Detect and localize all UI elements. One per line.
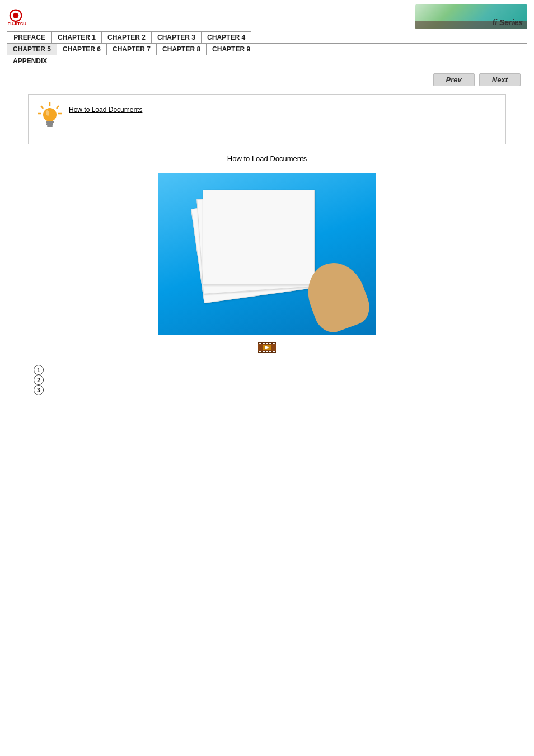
paper-stack — [191, 184, 315, 302]
paper-sheet-3 — [203, 190, 315, 285]
svg-rect-19 — [269, 343, 271, 344]
tab-chapter6[interactable]: CHAPTER 6 — [57, 43, 106, 55]
hint-text-content: How to Load Documents — [69, 101, 496, 115]
svg-rect-18 — [266, 343, 268, 344]
circle-num-1: 1 — [34, 365, 44, 375]
image-area — [28, 173, 506, 359]
svg-rect-20 — [273, 343, 275, 344]
svg-rect-17 — [263, 343, 265, 344]
scan-image — [158, 173, 376, 335]
navigation-tabs: PREFACE CHAPTER 1 CHAPTER 2 CHAPTER 3 CH… — [0, 31, 534, 67]
numbered-list: 1 2 3 — [28, 365, 506, 395]
prev-next-bar: Prev Next — [0, 71, 534, 88]
svg-point-1 — [13, 13, 18, 18]
page-header: FUJITSU fi Series — [0, 0, 534, 31]
tab-chapter3[interactable]: CHAPTER 3 — [151, 31, 201, 43]
tab-chapter2[interactable]: CHAPTER 2 — [101, 31, 151, 43]
hint-link[interactable]: How to Load Documents — [69, 105, 496, 115]
svg-rect-25 — [273, 351, 275, 352]
tab-chapter1[interactable]: CHAPTER 1 — [51, 31, 101, 43]
svg-line-5 — [57, 106, 59, 109]
lightbulb-icon — [38, 101, 62, 132]
svg-rect-10 — [46, 123, 53, 125]
nav-spacer-2 — [256, 43, 527, 55]
tab-chapter7[interactable]: CHAPTER 7 — [106, 43, 156, 55]
fujitsu-logo-icon: FUJITSU — [7, 4, 31, 29]
film-icon-area — [257, 337, 277, 359]
svg-rect-11 — [47, 125, 53, 127]
fujitsu-logo: FUJITSU — [7, 4, 31, 29]
prev-button[interactable]: Prev — [433, 73, 475, 86]
fi-series-text: fi Series — [493, 18, 523, 27]
list-item-2: 2 — [34, 375, 506, 385]
list-item-1: 1 — [34, 365, 506, 375]
svg-point-8 — [43, 108, 57, 121]
next-button[interactable]: Next — [479, 73, 521, 86]
hint-icon-area — [38, 101, 62, 133]
list-item-3: 3 — [34, 385, 506, 395]
main-content: How to Load Documents How to Load Docume… — [0, 88, 534, 406]
svg-rect-23 — [266, 351, 268, 352]
svg-rect-22 — [263, 351, 265, 352]
film-icon — [257, 337, 277, 358]
tab-chapter8[interactable]: CHAPTER 8 — [156, 43, 206, 55]
tab-appendix[interactable]: APPENDIX — [7, 55, 53, 67]
svg-rect-21 — [259, 351, 261, 352]
tab-chapter4[interactable]: CHAPTER 4 — [201, 31, 251, 43]
svg-rect-16 — [259, 343, 261, 344]
nav-spacer-1 — [251, 31, 527, 44]
svg-rect-9 — [46, 121, 54, 123]
nav-row-1: PREFACE CHAPTER 1 CHAPTER 2 CHAPTER 3 CH… — [7, 31, 527, 43]
svg-text:FUJITSU: FUJITSU — [7, 21, 26, 26]
circle-num-2: 2 — [34, 375, 44, 385]
tab-preface[interactable]: PREFACE — [7, 31, 51, 43]
svg-rect-24 — [269, 351, 271, 352]
circle-num-3: 3 — [34, 385, 44, 395]
body-link[interactable]: How to Load Documents — [227, 154, 307, 163]
fi-series-logo: fi Series — [415, 4, 527, 29]
tab-chapter9[interactable]: CHAPTER 9 — [206, 43, 256, 55]
hint-box: How to Load Documents — [28, 94, 506, 144]
svg-line-4 — [41, 106, 43, 109]
nav-row-3: APPENDIX — [7, 55, 527, 67]
nav-row-2: CHAPTER 5 CHAPTER 6 CHAPTER 7 CHAPTER 8 … — [7, 43, 527, 55]
tab-chapter5[interactable]: CHAPTER 5 — [7, 43, 57, 55]
